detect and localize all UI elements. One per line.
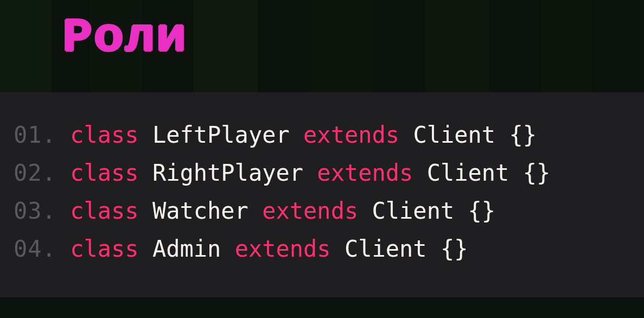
class-name: LeftPlayer [152, 122, 290, 148]
code-line: 01. class LeftPlayer extends Client {} [14, 124, 644, 147]
keyword-extends: extends [235, 236, 331, 262]
keyword-extends: extends [303, 122, 399, 148]
class-name: RightPlayer [152, 160, 303, 186]
keyword-class: class [70, 198, 138, 224]
class-name: Watcher [152, 198, 248, 224]
line-number: 03. [14, 198, 56, 224]
slide: Роли 01. class LeftPlayer extends Client… [0, 0, 644, 318]
slide-title: Роли [62, 11, 187, 65]
keyword-class: class [70, 160, 138, 186]
keyword-class: class [70, 122, 138, 148]
line-number: 01. [14, 122, 56, 148]
title-band: Роли [0, 0, 644, 92]
code-line: 04. class Admin extends Client {} [14, 238, 644, 260]
code-block: 01. class LeftPlayer extends Client {} 0… [0, 92, 644, 297]
braces: {} [509, 122, 537, 148]
base-class: Client [413, 122, 495, 148]
keyword-extends: extends [317, 160, 413, 186]
braces: {} [468, 198, 496, 224]
base-class: Client [372, 198, 455, 224]
braces: {} [441, 236, 468, 262]
code-line: 02. class RightPlayer extends Client {} [14, 162, 644, 185]
line-number: 02. [14, 160, 56, 186]
base-class: Client [427, 160, 509, 186]
class-name: Admin [152, 236, 221, 262]
line-number: 04. [14, 236, 56, 262]
keyword-class: class [70, 236, 138, 262]
code-line: 03. class Watcher extends Client {} [14, 200, 644, 222]
keyword-extends: extends [262, 198, 358, 224]
braces: {} [523, 160, 551, 186]
base-class: Client [345, 236, 427, 262]
